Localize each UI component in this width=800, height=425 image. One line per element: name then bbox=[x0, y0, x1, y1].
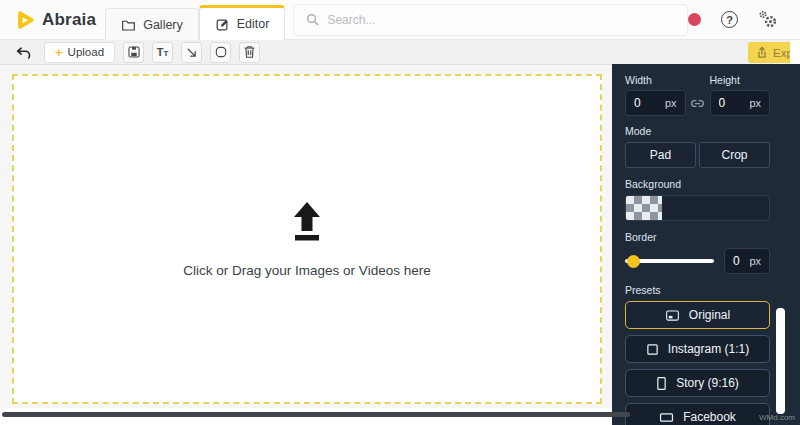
search-icon bbox=[306, 13, 319, 26]
topbar-right: ? bbox=[688, 10, 778, 29]
folder-icon bbox=[121, 18, 136, 32]
height-label: Height bbox=[710, 74, 771, 86]
mode-pad-button[interactable]: Pad bbox=[625, 142, 696, 168]
editor-toolbar: + Upload TT bbox=[0, 40, 800, 65]
dropzone-text: Click or Drag your Images or Videos here bbox=[183, 263, 430, 278]
presets-label: Presets bbox=[625, 284, 770, 296]
portrait-rect-icon bbox=[656, 376, 667, 391]
export-label: Export bbox=[773, 47, 800, 59]
topbar: Abraia Gallery Editor bbox=[0, 0, 800, 40]
preset-label: Story (9:16) bbox=[676, 376, 739, 390]
upload-button[interactable]: + Upload bbox=[44, 42, 115, 63]
undo-icon[interactable] bbox=[14, 45, 32, 60]
width-input[interactable] bbox=[634, 96, 660, 110]
width-label: Width bbox=[625, 74, 686, 86]
tab-label: Gallery bbox=[143, 18, 183, 32]
mode-section: Pad Crop bbox=[625, 142, 770, 168]
border-value-field: px bbox=[724, 248, 770, 274]
preset-label: Facebook bbox=[683, 410, 736, 424]
dimensions-section: Width Height px px bbox=[625, 64, 770, 116]
border-unit: px bbox=[749, 255, 761, 267]
background-label: Background bbox=[625, 178, 770, 190]
image-icon bbox=[665, 309, 680, 322]
square-icon bbox=[646, 343, 659, 356]
text-tool-icon: TT bbox=[157, 47, 169, 58]
brand-name: Abraia bbox=[42, 10, 96, 30]
edit-icon bbox=[215, 17, 230, 32]
mode-crop-button[interactable]: Crop bbox=[699, 142, 770, 168]
upload-label: Upload bbox=[68, 46, 104, 58]
preset-instagram-button[interactable]: Instagram (1:1) bbox=[625, 335, 770, 363]
border-slider[interactable] bbox=[625, 248, 714, 274]
width-field: px bbox=[625, 90, 686, 116]
width-unit: px bbox=[665, 97, 677, 109]
upload-dropzone[interactable]: Click or Drag your Images or Videos here bbox=[12, 74, 602, 404]
search-input[interactable] bbox=[327, 13, 675, 27]
tab-editor[interactable]: Editor bbox=[199, 5, 286, 40]
background-swatch[interactable] bbox=[625, 195, 770, 221]
aspect-link-toggle[interactable] bbox=[689, 97, 707, 110]
delete-tool-button[interactable] bbox=[239, 42, 260, 63]
height-field: px bbox=[710, 90, 771, 116]
editor-canvas-area: Click or Drag your Images or Videos here bbox=[0, 65, 612, 408]
export-share-icon bbox=[756, 46, 768, 59]
preset-label: Original bbox=[689, 308, 730, 322]
slider-thumb[interactable] bbox=[627, 255, 640, 268]
shape-tool-button[interactable] bbox=[210, 42, 231, 63]
watermark: WMd.com bbox=[759, 413, 795, 422]
abraia-editor-app: Abraia Gallery Editor bbox=[0, 0, 800, 425]
trash-icon bbox=[243, 45, 256, 59]
tab-label: Editor bbox=[237, 17, 270, 31]
height-input[interactable] bbox=[719, 96, 745, 110]
settings-gears-icon[interactable] bbox=[758, 10, 778, 29]
landscape-rect-icon bbox=[659, 412, 674, 423]
border-value-input[interactable] bbox=[733, 254, 747, 268]
search-box bbox=[293, 4, 688, 36]
rounded-shape-icon bbox=[214, 45, 228, 59]
play-logo-icon bbox=[14, 9, 36, 31]
transparency-checker bbox=[626, 196, 662, 220]
border-label: Border bbox=[625, 231, 770, 243]
diagonal-arrow-icon bbox=[185, 46, 198, 59]
horizontal-scrollbar-thumb[interactable] bbox=[2, 412, 630, 417]
preset-label: Instagram (1:1) bbox=[668, 342, 749, 356]
sidebar-scrollbar-thumb[interactable] bbox=[776, 308, 785, 414]
notification-dot bbox=[688, 13, 701, 26]
link-icon bbox=[690, 97, 705, 110]
upload-arrow-icon bbox=[284, 201, 330, 243]
plus-icon: + bbox=[55, 45, 63, 60]
preset-story-button[interactable]: Story (9:16) bbox=[625, 369, 770, 397]
preset-original-button[interactable]: Original bbox=[625, 301, 770, 329]
settings-sidebar: Width Height px px Mo bbox=[612, 64, 800, 425]
mode-label: Mode bbox=[625, 125, 770, 137]
arrow-tool-button[interactable] bbox=[181, 42, 202, 63]
brand-logo: Abraia bbox=[14, 9, 99, 31]
border-section: px bbox=[625, 248, 770, 274]
save-tool-button[interactable] bbox=[123, 42, 144, 63]
text-tool-button[interactable]: TT bbox=[152, 42, 173, 63]
save-icon bbox=[127, 45, 141, 59]
help-icon[interactable]: ? bbox=[721, 11, 738, 28]
export-button[interactable]: Export bbox=[748, 42, 800, 63]
tab-gallery[interactable]: Gallery bbox=[105, 8, 199, 40]
height-unit: px bbox=[749, 97, 761, 109]
preset-facebook-button[interactable]: Facebook bbox=[625, 403, 770, 425]
